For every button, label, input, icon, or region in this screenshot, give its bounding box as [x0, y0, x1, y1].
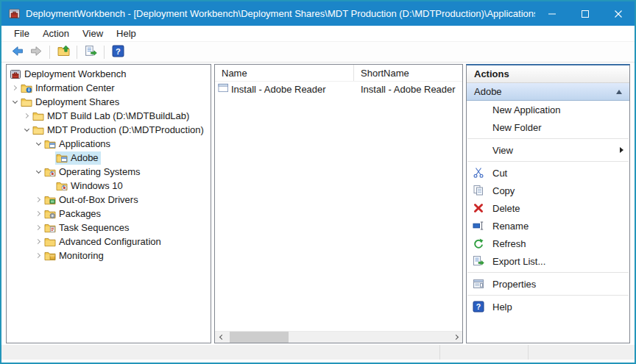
- menu-item-help[interactable]: Help: [110, 26, 143, 40]
- tree-item-information-center[interactable]: Information Center: [7, 81, 211, 95]
- results-list-pane: Name ShortName Install - Adobe ReaderIns…: [214, 64, 463, 343]
- tree-item-content: Deployment Shares: [20, 96, 121, 109]
- tree-item-deployment-workbench[interactable]: Deployment Workbench: [7, 67, 211, 81]
- action-delete[interactable]: Delete: [467, 199, 629, 217]
- action-refresh[interactable]: Refresh: [467, 235, 629, 252]
- action-label: New Folder: [492, 122, 623, 133]
- collapse-group-icon[interactable]: [616, 90, 622, 94]
- horizontal-scrollbar[interactable]: [215, 331, 462, 343]
- action-rename[interactable]: Rename: [467, 217, 629, 235]
- action-icon-spacer: [473, 144, 484, 156]
- help-icon: ?: [473, 301, 484, 313]
- maximize-button[interactable]: [568, 1, 601, 26]
- chevron-right-icon: [453, 335, 458, 340]
- chevron-collapsed-icon[interactable]: [33, 195, 43, 205]
- svg-text:?: ?: [116, 46, 121, 55]
- tree-item-task-sequences[interactable]: Task Sequences: [7, 221, 211, 235]
- action-label: Export List...: [492, 256, 623, 267]
- tree-item-applications[interactable]: Applications: [7, 137, 211, 151]
- column-header-name[interactable]: Name: [215, 65, 354, 81]
- toolbar: ?: [1, 42, 635, 63]
- action-label: New Application: [492, 104, 623, 115]
- back-button[interactable]: [7, 43, 26, 61]
- tree-item-content: Operating Systems: [43, 165, 143, 179]
- scrollbar-thumb[interactable]: [230, 332, 289, 343]
- action-icon-spacer: [473, 121, 484, 133]
- tree-item-deployment-shares[interactable]: Deployment Shares: [7, 95, 211, 109]
- actions-group-header-adobe[interactable]: Adobe: [467, 83, 629, 101]
- tree-item-mdt-production-d-mdtproduction[interactable]: MDT Production (D:\MDTProduction): [7, 123, 211, 137]
- tree-item-content: Windows 10: [55, 179, 125, 193]
- tree-item-label: MDT Production (D:\MDTProduction): [47, 124, 204, 135]
- tree-item-content: Deployment Workbench: [9, 68, 129, 81]
- chevron-collapsed-icon[interactable]: [21, 111, 32, 121]
- tree-item-content: MDT Build Lab (D:\MDTBuildLab): [32, 110, 191, 123]
- up-one-level-button[interactable]: [54, 43, 73, 61]
- chevron-left-icon: [219, 335, 224, 340]
- window-title: DeploymentWorkbench - [Deployment Workbe…: [26, 8, 535, 19]
- action-label: Rename: [492, 221, 623, 232]
- status-bar: [1, 345, 635, 360]
- refresh-icon: [473, 238, 484, 249]
- tree-item-label: Monitoring: [59, 250, 104, 261]
- chevron-collapsed-icon[interactable]: [33, 209, 43, 219]
- tree-item-windows-10[interactable]: Windows 10: [7, 179, 211, 193]
- scrollbar-track[interactable]: [227, 332, 451, 343]
- chevron-collapsed-icon[interactable]: [33, 223, 43, 233]
- action-export-list[interactable]: Export List...: [467, 252, 629, 270]
- toolbar-separator: [77, 46, 77, 59]
- chevron-expanded-icon[interactable]: [33, 167, 43, 177]
- tree-item-out-of-box-drivers[interactable]: Out-of-Box Drivers: [7, 193, 211, 207]
- scroll-left-button[interactable]: [215, 332, 227, 343]
- folder-up-icon: [57, 45, 70, 60]
- tree-item-advanced-configuration[interactable]: Advanced Configuration: [7, 235, 211, 249]
- chevron-expanded-icon[interactable]: [10, 97, 20, 107]
- folder-icon: [44, 236, 56, 248]
- chevron-expanded-icon[interactable]: [33, 139, 43, 149]
- action-new-application[interactable]: New Application: [467, 101, 629, 118]
- action-cut[interactable]: Cut: [467, 164, 629, 182]
- folder-packages-icon: [44, 208, 56, 220]
- action-view[interactable]: View: [467, 141, 629, 159]
- chevron-collapsed-icon[interactable]: [33, 237, 43, 247]
- menu-item-view[interactable]: View: [76, 26, 110, 40]
- folder-os-icon: [56, 180, 68, 192]
- menu-item-action[interactable]: Action: [36, 26, 76, 40]
- action-copy[interactable]: Copy: [467, 182, 629, 199]
- scroll-right-button[interactable]: [451, 332, 462, 343]
- close-button[interactable]: [601, 1, 635, 26]
- action-properties[interactable]: Properties: [467, 275, 629, 293]
- tree-item-adobe[interactable]: Adobe: [7, 151, 211, 165]
- forward-button[interactable]: [26, 43, 46, 61]
- tree-item-content: Monitoring: [43, 249, 106, 263]
- export-list-icon: [473, 255, 484, 267]
- chevron-collapsed-icon[interactable]: [33, 251, 43, 261]
- help-button[interactable]: ?: [108, 43, 127, 61]
- tree-item-mdt-build-lab-d-mdtbuildlab[interactable]: MDT Build Lab (D:\MDTBuildLab): [7, 109, 211, 123]
- tree-item-monitoring[interactable]: Monitoring: [7, 249, 211, 263]
- cell-name: Install - Adobe Reader: [215, 82, 354, 96]
- list-row-install-adobe-reader[interactable]: Install - Adobe ReaderInstall - Adobe Re…: [215, 82, 462, 96]
- minimize-button[interactable]: [535, 1, 568, 26]
- chevron-expanded-icon[interactable]: [21, 125, 32, 135]
- tree-item-packages[interactable]: Packages: [7, 207, 211, 221]
- action-label: Delete: [492, 203, 623, 214]
- tree-item-operating-systems[interactable]: Operating Systems: [7, 165, 211, 179]
- workbench-icon: [10, 68, 21, 80]
- export-list-button[interactable]: [81, 43, 100, 61]
- action-label: Properties: [492, 279, 623, 290]
- folder-info-icon: [21, 82, 32, 94]
- action-new-folder[interactable]: New Folder: [467, 118, 629, 136]
- folder-app-icon: [56, 152, 68, 164]
- action-help[interactable]: ?Help: [467, 298, 629, 315]
- cell-shortname: Install - Adobe Reader: [354, 84, 462, 95]
- folder-open-icon: [32, 124, 44, 136]
- status-bar-segment: [1, 345, 439, 360]
- column-header-shortname[interactable]: ShortName: [354, 65, 462, 81]
- chevron-collapsed-icon[interactable]: [10, 83, 20, 93]
- tree-item-label: Task Sequences: [59, 222, 129, 233]
- title-bar: DeploymentWorkbench - [Deployment Workbe…: [1, 1, 635, 26]
- menu-item-file[interactable]: File: [7, 26, 36, 40]
- chevron-spacer: [45, 153, 55, 163]
- tree-item-label: Adobe: [71, 152, 99, 163]
